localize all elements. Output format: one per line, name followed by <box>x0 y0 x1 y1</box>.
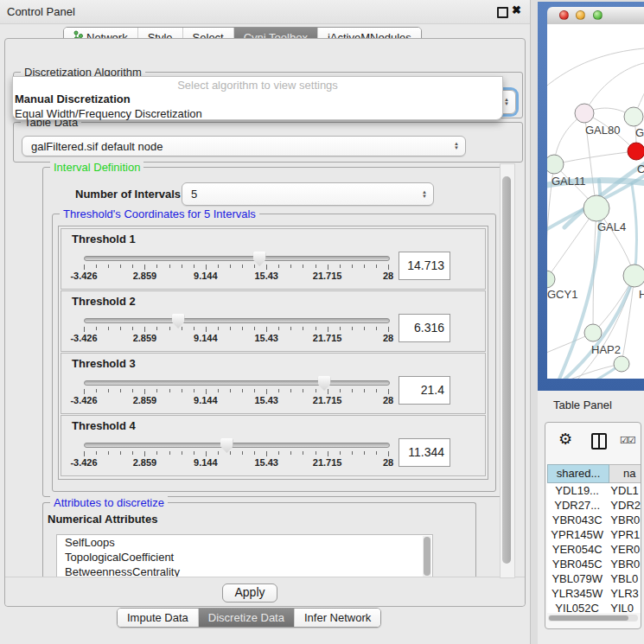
slider-track[interactable] <box>84 443 390 448</box>
network-node-GCY1[interactable] <box>547 271 555 288</box>
attribute-list-item[interactable]: TopologicalCoefficient <box>57 550 432 564</box>
tab-impute-data[interactable]: Impute Data <box>118 609 198 627</box>
table-row[interactable]: YBR043CYBR0 <box>547 513 641 527</box>
table-row[interactable]: YIL052CYIL0 <box>547 601 641 613</box>
table-cell[interactable]: YER054C <box>547 542 607 557</box>
threshold-value-field[interactable]: 21.4 <box>399 376 450 405</box>
network-canvas[interactable]: GAL80GACGAL11GAL4GCY1HHAP2 <box>547 24 644 379</box>
network-window-titlebar[interactable] <box>547 7 644 25</box>
threshold-slider[interactable]: -3.4262.8599.14415.4321.71528 <box>84 318 388 348</box>
network-node-H[interactable] <box>623 265 644 287</box>
threshold-value-field[interactable]: 6.316 <box>399 314 450 342</box>
table-cell[interactable]: YDL1 <box>607 483 641 498</box>
network-node-C[interactable] <box>628 143 644 160</box>
numerical-attributes-list[interactable]: SelfLoopsTopologicalCoefficientBetweenne… <box>56 534 433 580</box>
slider-handle[interactable] <box>172 314 185 328</box>
node-table-panel: ⚙ ☑☑ shared... na YDL19...YDL1YDR27...YD… <box>545 422 641 629</box>
attributes-scrollbar-thumb[interactable] <box>424 537 430 576</box>
minimize-traffic-light-icon[interactable] <box>576 10 585 20</box>
table-cell[interactable]: YBR0 <box>607 557 641 571</box>
table-row[interactable]: YDL19...YDL1 <box>547 483 641 498</box>
table-cell[interactable]: YBL079W <box>547 571 607 586</box>
threshold-value-field[interactable]: 14.713 <box>399 252 450 280</box>
zoom-traffic-light-icon[interactable] <box>593 10 603 20</box>
table-cell[interactable]: YIL0 <box>607 601 641 613</box>
table-hscrollbar-thumb[interactable] <box>549 615 628 621</box>
network-node-GAL11[interactable] <box>547 155 564 174</box>
table-row[interactable]: YLR345WYLR3 <box>547 586 641 601</box>
table-horizontal-scrollbar[interactable] <box>548 615 638 622</box>
table-data-combo[interactable]: galFiltered.sif default node ▲▼ <box>22 136 466 156</box>
slider-tick <box>352 451 353 455</box>
slider-tick <box>266 389 267 394</box>
attribute-list-item[interactable]: SelfLoops <box>57 535 432 550</box>
network-node-GAL4[interactable] <box>583 195 609 221</box>
column-header-name[interactable]: na <box>609 464 641 483</box>
table-row[interactable]: YBR045CYBR0 <box>547 557 641 571</box>
slider-tick-label: 2.859 <box>133 333 157 343</box>
table-cell[interactable]: YDL19... <box>547 483 607 498</box>
network-edge[interactable] <box>554 151 636 164</box>
slider-tick <box>340 327 341 330</box>
column-header-shared-name[interactable]: shared... <box>547 464 609 483</box>
table-cell[interactable]: YBR045C <box>547 557 607 571</box>
table-cell[interactable]: YLR345W <box>547 586 607 601</box>
slider-track[interactable] <box>84 318 390 323</box>
table-header-row: shared... na <box>547 464 641 483</box>
network-node-HAP2[interactable] <box>584 324 602 341</box>
slider-handle[interactable] <box>220 438 233 453</box>
threshold-label: Threshold 3 <box>72 357 136 370</box>
slider-tick <box>266 265 267 270</box>
slider-tick <box>169 389 170 392</box>
slider-tick <box>84 265 85 270</box>
table-cell[interactable]: YBR043C <box>547 513 607 527</box>
apply-button[interactable]: Apply <box>222 583 277 603</box>
network-node-unlabeled[interactable] <box>614 356 629 372</box>
float-window-icon[interactable] <box>497 7 508 18</box>
attributes-list-scrollbar[interactable] <box>423 536 431 578</box>
slider-tick <box>194 327 194 330</box>
table-cell[interactable]: YPR1 <box>607 527 641 542</box>
content-scrollbar-thumb[interactable] <box>502 176 511 564</box>
table-cell[interactable]: YDR2 <box>607 498 641 513</box>
table-cell[interactable]: YBR0 <box>607 513 641 527</box>
gear-icon[interactable]: ⚙ <box>558 430 572 449</box>
table-row[interactable]: YDR27...YDR2 <box>547 498 641 513</box>
attributes-to-discretize-group: Attributes to discretize Numerical Attri… <box>42 502 476 579</box>
slider-handle[interactable] <box>318 376 331 391</box>
slider-tick <box>376 327 377 330</box>
table-row[interactable]: YPR145WYPR1 <box>547 527 641 542</box>
threshold-slider[interactable]: -3.4262.8599.14415.4321.71528 <box>84 256 388 285</box>
threshold-slider[interactable]: -3.4262.8599.14415.4321.71528 <box>84 380 388 410</box>
table-cell[interactable]: YPR145W <box>547 527 607 542</box>
network-node-GA[interactable] <box>624 107 643 126</box>
number-of-intervals-combo[interactable]: 5 ▲▼ <box>182 182 434 206</box>
table-cell[interactable]: YDR27... <box>547 498 607 513</box>
slider-tick-label: -3.426 <box>70 395 97 405</box>
table-row[interactable]: YBL079WYBL0 <box>547 571 641 586</box>
checkbox-columns-icon[interactable]: ☑☑ <box>620 435 635 446</box>
slider-track[interactable] <box>84 380 390 386</box>
close-traffic-light-icon[interactable] <box>559 10 569 20</box>
network-edge-highlighted[interactable] <box>632 184 637 276</box>
close-icon[interactable]: ✖ <box>512 3 521 16</box>
threshold-slider[interactable]: -3.4262.8599.14415.4321.71528 <box>84 443 388 472</box>
dropdown-item-equal-width-frequency[interactable]: Equal Width/Frequency Discretization <box>13 106 502 121</box>
threshold-value-field[interactable]: 11.344 <box>399 438 450 467</box>
table-cell[interactable]: YBL0 <box>607 571 641 586</box>
tab-discretize-data[interactable]: Discretize Data <box>198 609 294 627</box>
slider-tick <box>328 265 328 270</box>
table-cell[interactable]: YIL052C <box>547 601 607 613</box>
network-node-GAL80[interactable] <box>575 104 594 123</box>
slider-track[interactable] <box>84 256 390 261</box>
split-columns-icon[interactable] <box>591 433 607 450</box>
table-cell[interactable]: YLR3 <box>607 586 641 601</box>
threshold-row-3: Threshold 3-3.4262.8599.14415.4321.71528… <box>61 353 486 414</box>
tab-infer-network[interactable]: Infer Network <box>294 609 380 627</box>
dropdown-item-manual-discretization[interactable]: Manual Discretization <box>13 92 502 106</box>
table-row[interactable]: YER054CYER0 <box>547 542 641 557</box>
table-cell[interactable]: YER0 <box>607 542 641 557</box>
network-edge[interactable] <box>584 63 644 113</box>
content-vertical-scrollbar[interactable] <box>500 163 515 578</box>
slider-tick <box>340 265 341 268</box>
